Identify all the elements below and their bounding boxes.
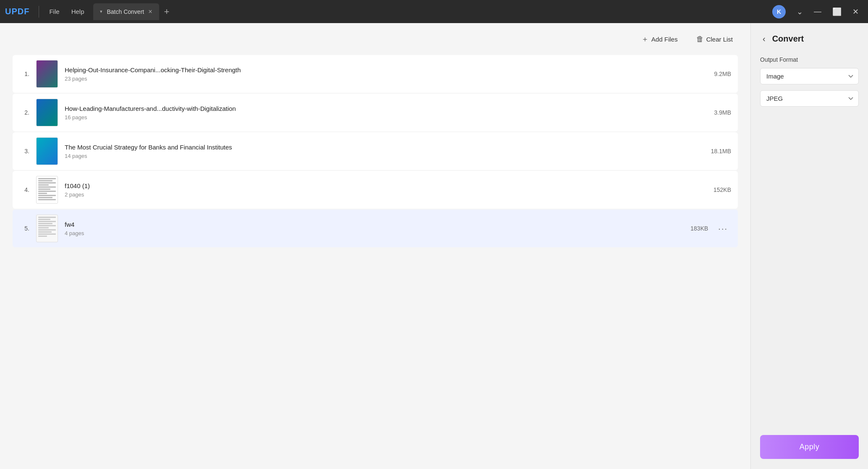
tab-dropdown-icon: ▾ <box>100 9 102 14</box>
file-menu-button[interactable]: ··· <box>715 222 731 235</box>
table-row: 3. The Most Crucial Strategy for Banks a… <box>13 132 738 170</box>
help-menu-btn[interactable]: Help <box>66 5 90 18</box>
file-thumbnail <box>36 215 58 242</box>
file-info: Helping-Out-Insurance-Compani...ocking-T… <box>65 66 708 82</box>
titlebar-controls: K ⌄ — ⬜ ✕ <box>772 5 863 18</box>
clear-list-button[interactable]: 🗑 Clear List <box>691 32 738 46</box>
sub-format-select[interactable]: JPEG PNG BMP TIFF GIF <box>760 90 859 107</box>
back-icon: ‹ <box>763 34 766 43</box>
file-number: 5. <box>19 225 29 232</box>
file-size: 3.9MB <box>714 109 731 116</box>
file-pages: 23 pages <box>65 76 708 82</box>
file-info: The Most Crucial Strategy for Banks and … <box>65 144 704 159</box>
add-files-label: Add Files <box>651 36 678 43</box>
file-pages: 14 pages <box>65 153 704 159</box>
convert-header: ‹ Convert <box>760 33 859 45</box>
table-row: 4. f1040 (1) 2 pages <box>13 171 738 209</box>
file-name: How-Leading-Manufacturers-and...ductivit… <box>65 105 708 112</box>
file-thumbnail <box>36 176 58 204</box>
table-row: 5. fw4 4 pages 183KB <box>13 210 738 247</box>
file-list: 1. Helping-Out-Insurance-Compani...ockin… <box>13 55 738 247</box>
file-info: How-Leading-Manufacturers-and...ductivit… <box>65 105 708 121</box>
tab-close-icon[interactable]: × <box>148 8 152 15</box>
avatar[interactable]: K <box>772 5 786 18</box>
file-name: f1040 (1) <box>65 182 707 189</box>
maximize-button[interactable]: ⬜ <box>828 5 846 18</box>
tabs-area: ▾ Batch Convert × + <box>93 3 772 20</box>
file-size: 183KB <box>690 225 708 232</box>
clear-list-label: Clear List <box>706 36 733 43</box>
batch-convert-tab[interactable]: ▾ Batch Convert × <box>93 3 159 20</box>
apply-button[interactable]: Apply <box>760 435 859 459</box>
minimize-button[interactable]: — <box>810 5 826 18</box>
add-tab-button[interactable]: + <box>162 6 172 17</box>
file-size: 18.1MB <box>711 148 731 155</box>
file-name: The Most Crucial Strategy for Banks and … <box>65 144 704 151</box>
file-thumbnail <box>36 99 58 126</box>
file-number: 1. <box>19 71 29 77</box>
close-button[interactable]: ✕ <box>848 5 863 18</box>
file-thumbnail <box>36 60 58 88</box>
file-name: Helping-Out-Insurance-Compani...ocking-T… <box>65 66 708 73</box>
convert-panel: ‹ Convert Output Format Image PDF Word E… <box>750 23 868 469</box>
logo: UPDF <box>5 7 29 16</box>
output-format-select[interactable]: Image PDF Word Excel PowerPoint CSV RTF … <box>760 68 859 84</box>
file-number: 2. <box>19 109 29 116</box>
file-number: 3. <box>19 148 29 155</box>
file-panel: ＋ Add Files 🗑 Clear List 1. Helping-Out-… <box>0 23 750 469</box>
output-format-label: Output Format <box>760 56 859 63</box>
file-pages: 2 pages <box>65 191 707 198</box>
table-row: 2. How-Leading-Manufacturers-and...ducti… <box>13 94 738 131</box>
file-menu-btn[interactable]: File <box>43 5 65 18</box>
file-thumbnail <box>36 137 58 165</box>
chevron-down-btn[interactable]: ⌄ <box>792 5 807 18</box>
file-pages: 16 pages <box>65 114 708 121</box>
add-files-icon: ＋ <box>641 34 649 44</box>
title-bar: UPDF File Help ▾ Batch Convert × + K ⌄ —… <box>0 0 868 23</box>
file-name: fw4 <box>65 221 684 228</box>
table-row: 1. Helping-Out-Insurance-Compani...ockin… <box>13 55 738 93</box>
file-number: 4. <box>19 186 29 193</box>
toolbar: ＋ Add Files 🗑 Clear List <box>13 31 738 47</box>
tab-label: Batch Convert <box>107 8 144 15</box>
logo-text: UPDF <box>5 7 29 16</box>
convert-title: Convert <box>772 34 804 44</box>
file-pages: 4 pages <box>65 230 684 236</box>
back-button[interactable]: ‹ <box>760 33 768 45</box>
add-files-button[interactable]: ＋ Add Files <box>636 31 683 47</box>
file-size: 9.2MB <box>714 71 731 77</box>
main-area: ＋ Add Files 🗑 Clear List 1. Helping-Out-… <box>0 23 868 469</box>
file-info: fw4 4 pages <box>65 221 684 236</box>
logo-divider <box>39 6 39 18</box>
file-size: 152KB <box>713 186 731 193</box>
trash-icon: 🗑 <box>696 35 704 44</box>
file-info: f1040 (1) 2 pages <box>65 182 707 198</box>
